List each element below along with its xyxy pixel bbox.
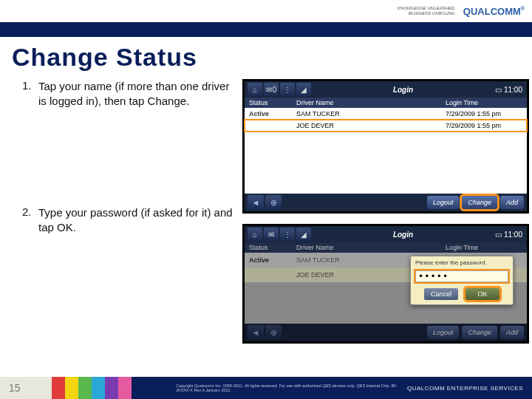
logout-button[interactable]: Logout [427,196,460,209]
footer-copyright: Copyright Qualcomm Inc. 2009-2011. All r… [132,383,398,392]
ok-button-highlighted[interactable]: OK [466,288,499,300]
step-2: 2. Type your password (if asked for it) … [22,205,236,236]
change-button-highlighted[interactable]: Change [462,196,497,209]
device-clock: ▭ 11:00 [495,231,527,239]
table-header: Status Driver Name Login Time [245,242,527,253]
color-swatches [52,377,132,399]
mail-icon[interactable]: ✉ [264,228,279,241]
page-title: Change Status [0,37,532,76]
globe-icon[interactable]: ⊕ [265,195,282,210]
add-button[interactable]: Add [500,196,524,209]
device-title: Login [311,231,495,239]
device-body-empty [245,132,527,194]
step-2-text: Type your password (if asked for it) and… [38,205,236,236]
footer-brand: QUALCOMM ENTERPRISE SERVICES [398,377,532,399]
home-icon[interactable]: ⌂ [248,83,262,96]
brand-tagline: KNOWLEDGE UNLEASHED. BUSINESS UNBOUND. [398,6,456,16]
signal-icon[interactable]: ◢ [296,228,311,241]
col-driver-name: Driver Name [296,99,446,106]
step-1-text: Tap your name (if more than one driver i… [38,79,236,109]
tagline-line-1: KNOWLEDGE UNLEASHED. [398,6,456,11]
add-button: Add [500,326,524,339]
device-top-bar: ⌂ ✉ ⋮ ◢ Login ▭ 11:00 [245,226,527,242]
device-clock: ▭ 11:00 [495,86,527,94]
device-bottom-bar: ◄ ⊕ Logout Change Add [245,194,527,211]
page-number: 15 [0,377,52,399]
home-icon[interactable]: ⌂ [248,228,262,241]
title-bar [0,22,532,37]
step-1-number: 1. [22,79,38,109]
cancel-button[interactable]: Cancel [424,288,458,300]
password-input-highlighted[interactable]: ••••• [415,270,508,282]
device-bottom-bar-dimmed: ◄ ⊕ Logout Change Add [245,324,527,341]
col-login-time: Login Time [446,99,527,106]
instruction-column: 1. Tap your name (if more than one drive… [22,79,236,344]
change-button: Change [462,326,497,339]
mail-icon[interactable]: ✉0 [264,83,279,96]
col-status: Status [245,99,296,106]
globe-icon: ⊕ [265,325,282,340]
back-icon[interactable]: ◄ [248,195,264,210]
signal-icon[interactable]: ◢ [296,83,311,96]
device-screenshot-1: ⌂ ✉0 ⋮ ◢ Login ▭ 11:00 Status Driver Nam… [242,79,529,214]
footer: 15 Copyright Qualcomm Inc. 2009-2011. Al… [0,377,532,399]
wifi-icon[interactable]: ⋮ [280,83,295,96]
driver-row-2-highlighted[interactable]: JOE DEVER 7/29/2009 1:55 pm [245,120,527,132]
brand-bar: KNOWLEDGE UNLEASHED. BUSINESS UNBOUND. Q… [0,0,532,22]
back-icon: ◄ [248,325,264,340]
qualcomm-logo: QUALCOMM® [463,6,525,17]
table-header: Status Driver Name Login Time [245,98,527,108]
logout-button: Logout [427,326,460,339]
device-title: Login [311,86,495,94]
footer-mid: Copyright Qualcomm Inc. 2009-2011. All r… [52,377,398,399]
device-body: Active SAM TUCKER 7/29/2009 1:55 pm JOE … [245,253,527,324]
tagline-line-2: BUSINESS UNBOUND. [398,11,456,16]
driver-row-1[interactable]: Active SAM TUCKER 7/29/2009 1:55 pm [245,108,527,120]
wifi-icon[interactable]: ⋮ [280,228,295,241]
modal-prompt: Please enter the password. [411,256,513,269]
device-screenshot-2: ⌂ ✉ ⋮ ◢ Login ▭ 11:00 Status Driver Name… [242,224,529,344]
step-2-number: 2. [22,205,38,236]
password-modal: Please enter the password. ••••• Cancel … [410,256,514,305]
step-1: 1. Tap your name (if more than one drive… [22,79,236,109]
device-top-bar: ⌂ ✉0 ⋮ ◢ Login ▭ 11:00 [245,81,527,98]
